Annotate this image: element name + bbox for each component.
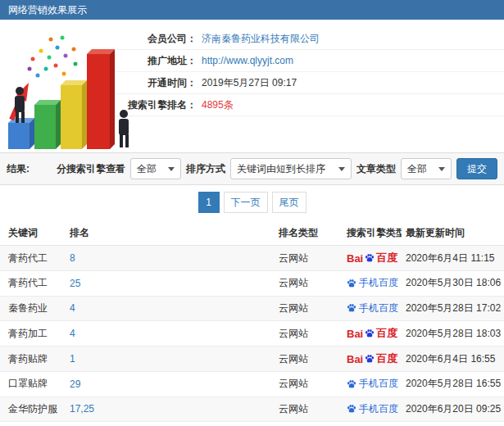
- keyword-cell: 福建防护服: [0, 422, 66, 426]
- baidu-logo: Bai百度: [347, 326, 397, 341]
- update-time-cell: 2020年5月28日 18:03: [402, 321, 504, 347]
- company-info: 会员公司：济南秦鲁药业科技有限公司推广地址：http://www.qlyyjt.…: [115, 20, 504, 116]
- baidu-logo-latin: Bai: [347, 328, 363, 340]
- table-row: 膏药代工25云网站手机百度2020年5月30日 18:06: [0, 271, 504, 297]
- baidu-paw-icon: [365, 354, 375, 364]
- baidu-logo-cjk: 百度: [376, 351, 397, 366]
- rank-type-cell: 云网站: [275, 271, 343, 297]
- column-header: 关键词: [0, 221, 66, 246]
- engine-cell: 手机百度: [343, 422, 402, 426]
- rank-type-cell: 云网站: [275, 422, 343, 426]
- page-1-button[interactable]: 1: [198, 192, 220, 213]
- table-row: 金华防护服17,25云网站手机百度2020年6月20日 09:25: [0, 397, 504, 422]
- baidu-logo-cjk: 百度: [376, 251, 397, 265]
- baidu-logo: Bai百度: [347, 251, 397, 265]
- baidu-logo-cjk: 百度: [376, 326, 397, 341]
- chevron-down-icon: [168, 167, 175, 171]
- baidu-logo: Bai百度: [347, 351, 397, 366]
- table-row: 秦鲁药业4云网站手机百度2020年5月28日 17:02: [0, 296, 504, 321]
- member-company-row: 会员公司：济南秦鲁药业科技有限公司: [115, 28, 504, 50]
- title-bar: 网络营销效果展示: [0, 0, 504, 20]
- search-engine-rank-count-value: 4895条: [202, 99, 234, 111]
- next-page-button[interactable]: 下一页: [224, 192, 268, 213]
- submit-button[interactable]: 提交: [456, 158, 497, 179]
- table-row: 膏药加工4云网站Bai百度2020年5月28日 18:03: [0, 321, 504, 347]
- table-row: 膏药贴牌1云网站Bai百度2020年6月4日 16:55: [0, 347, 504, 372]
- article-type-value: 全部: [407, 162, 427, 176]
- mobile-baidu-logo: 手机百度: [347, 301, 398, 315]
- rank-link[interactable]: 8: [70, 252, 75, 264]
- mobile-baidu-logo: 手机百度: [347, 276, 398, 290]
- keyword-cell: 膏药代工: [0, 246, 66, 271]
- last-page-button[interactable]: 尾页: [272, 192, 306, 213]
- baidu-paw-icon: [347, 279, 356, 288]
- engine-cell: Bai百度: [343, 321, 402, 347]
- update-time-cell: 2020年5月28日 17:02: [402, 296, 504, 321]
- baidu-logo-latin: Bai: [347, 353, 363, 365]
- mobile-baidu-label: 手机百度: [359, 276, 398, 290]
- baidu-paw-icon: [365, 329, 375, 338]
- engine-cell: 手机百度: [343, 372, 402, 397]
- filter-bar: 结果: 分搜索引擎查看 全部 排序方式 关键词由短到长排序 文章类型 全部 提交: [0, 152, 504, 185]
- rank-cell: 8: [66, 246, 275, 271]
- member-company-value[interactable]: 济南秦鲁药业科技有限公司: [202, 33, 320, 44]
- baidu-paw-icon: [347, 303, 356, 313]
- result-label: 结果:: [7, 162, 30, 176]
- column-header: 最新更新时间: [402, 221, 504, 246]
- table-row: 福建防护服10云网站手机百度2020年6月4日 11:10: [0, 422, 504, 426]
- rank-type-cell: 云网站: [275, 347, 343, 372]
- keyword-cell: 金华防护服: [0, 397, 66, 422]
- table-row: 口罩贴牌29云网站手机百度2020年5月28日 16:55: [0, 372, 504, 397]
- rank-cell: 29: [66, 372, 275, 397]
- rank-cell: 4: [66, 321, 275, 347]
- keyword-cell: 膏药贴牌: [0, 347, 66, 372]
- mobile-baidu-label: 手机百度: [359, 402, 398, 416]
- column-header: 排名类型: [275, 221, 343, 246]
- engine-filter-label: 分搜索引擎查看: [57, 162, 125, 176]
- rank-link[interactable]: 17,25: [70, 403, 94, 415]
- chevron-down-icon: [338, 167, 345, 171]
- article-type-select[interactable]: 全部: [401, 158, 452, 179]
- mobile-baidu-label: 手机百度: [359, 301, 398, 315]
- update-time-cell: 2020年6月4日 11:10: [402, 422, 504, 426]
- rank-link[interactable]: 1: [70, 353, 75, 365]
- update-time-cell: 2020年5月30日 18:06: [402, 271, 504, 297]
- rank-type-cell: 云网站: [275, 321, 343, 347]
- engine-filter-value: 全部: [137, 162, 157, 176]
- keyword-cell: 膏药加工: [0, 321, 66, 347]
- company-section: 会员公司：济南秦鲁药业科技有限公司推广地址：http://www.qlyyjt.…: [0, 20, 504, 152]
- update-time-cell: 2020年6月4日 11:15: [402, 246, 504, 271]
- engine-cell: Bai百度: [343, 347, 402, 372]
- rank-type-cell: 云网站: [275, 397, 343, 422]
- keyword-cell: 秦鲁药业: [0, 296, 66, 321]
- article-type-label: 文章类型: [356, 162, 396, 176]
- promo-url-value[interactable]: http://www.qlyyjt.com: [202, 55, 293, 66]
- rank-link[interactable]: 29: [70, 378, 80, 390]
- column-header: 排名: [66, 221, 275, 246]
- rank-link[interactable]: 4: [70, 302, 75, 314]
- ranking-table: 关键词排名排名类型搜索引擎类型最新更新时间 膏药代工8云网站Bai百度2020年…: [0, 221, 504, 426]
- sort-value: 关键词由短到长排序: [237, 162, 325, 176]
- rank-link[interactable]: 25: [70, 278, 80, 289]
- rank-type-cell: 云网站: [275, 372, 343, 397]
- update-time-cell: 2020年5月28日 16:55: [402, 372, 504, 397]
- page-title: 网络营销效果展示: [8, 4, 87, 16]
- search-engine-rank-count-row: 搜索引擎排名：4895条: [115, 94, 504, 116]
- rank-cell: 25: [66, 271, 275, 297]
- sort-select[interactable]: 关键词由短到长排序: [230, 158, 352, 179]
- baidu-paw-icon: [365, 253, 375, 263]
- table-header-row: 关键词排名排名类型搜索引擎类型最新更新时间: [0, 221, 504, 246]
- mobile-baidu-logo: 手机百度: [347, 377, 398, 391]
- mobile-baidu-label: 手机百度: [359, 377, 398, 391]
- rank-link[interactable]: 4: [70, 328, 75, 339]
- open-time-value: 2019年5月27日 09:17: [202, 77, 297, 88]
- engine-cell: 手机百度: [343, 296, 402, 321]
- keyword-cell: 膏药代工: [0, 271, 66, 297]
- engine-filter-select[interactable]: 全部: [130, 158, 181, 179]
- mobile-baidu-logo: 手机百度: [347, 402, 398, 416]
- update-time-cell: 2020年6月20日 09:25: [402, 397, 504, 422]
- baidu-paw-icon: [347, 379, 356, 389]
- page: 网络营销效果展示: [0, 0, 504, 426]
- keyword-cell: 口罩贴牌: [0, 372, 66, 397]
- chevron-down-icon: [438, 167, 445, 171]
